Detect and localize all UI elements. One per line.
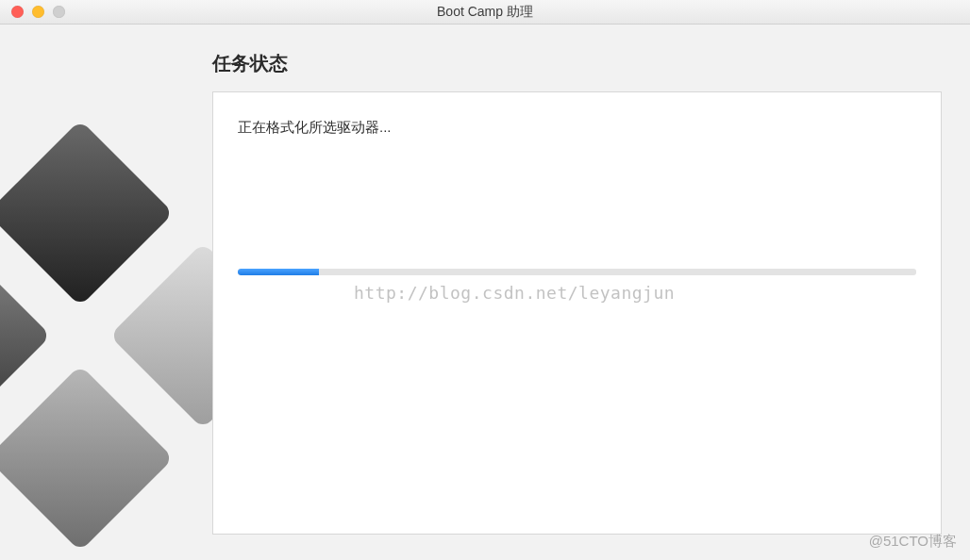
content-panel: 正在格式化所选驱动器... (212, 91, 942, 535)
svg-rect-1 (0, 242, 51, 429)
minimize-button[interactable] (32, 6, 44, 18)
svg-rect-0 (0, 120, 174, 306)
progress-bar (238, 269, 916, 275)
traffic-lights (0, 6, 65, 18)
close-button[interactable] (11, 6, 24, 18)
section-heading: 任务状态 (212, 51, 942, 76)
maximize-button (53, 6, 65, 18)
titlebar: Boot Camp 助理 (0, 0, 970, 25)
status-text: 正在格式化所选驱动器... (238, 119, 916, 137)
window-title: Boot Camp 助理 (0, 4, 970, 21)
progress-fill (238, 269, 319, 275)
svg-rect-3 (0, 365, 174, 552)
window-body: 任务状态 正在格式化所选驱动器... (0, 25, 970, 560)
